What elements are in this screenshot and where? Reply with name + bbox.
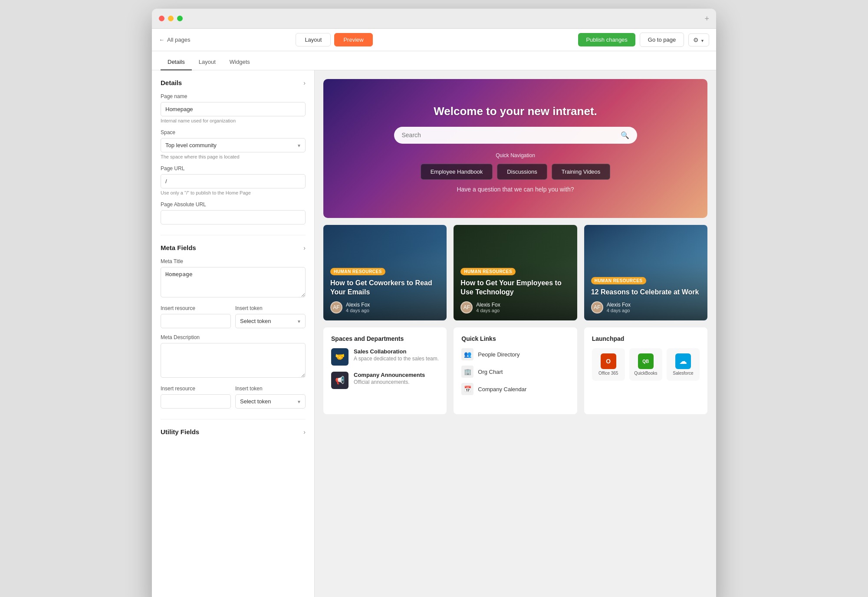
quick-links-title: Quick Links	[461, 335, 569, 342]
author-avatar-0: AF	[330, 301, 342, 313]
space-desc-0: A space dedicated to the sales team.	[354, 356, 439, 362]
insert-resource-label-1: Insert resource	[161, 305, 231, 311]
quickbooks-logo: QB	[638, 353, 654, 369]
space-icon-0: 🤝	[331, 348, 349, 366]
quick-link-icon-0: 👥	[461, 348, 473, 360]
quick-nav-label: Quick Navigation	[496, 152, 535, 158]
insert-token-label-2: Insert token	[235, 386, 306, 392]
article-overlay-1: Human Resources How to Get Your Employee…	[454, 225, 577, 320]
article-title-0: How to Get Coworkers to Read Your Emails	[330, 279, 440, 297]
author-time-2: 4 days ago	[607, 308, 631, 313]
quick-link-label-0: People Directory	[478, 351, 519, 358]
quick-nav-btn-0[interactable]: Employee Handbook	[421, 164, 493, 180]
nav-right-actions: Publish changes Go to page ⚙ ▼	[578, 33, 709, 47]
article-author-1: AF Alexis Fox 4 days ago	[460, 301, 570, 313]
space-item-1[interactable]: 📢 Company Announcements Official announc…	[331, 372, 439, 389]
traffic-lights	[159, 16, 183, 21]
details-section: Details › Page name Internal name used f…	[161, 79, 306, 224]
article-tag-0: Human Resources	[330, 268, 385, 275]
bottom-grid: Spaces and Departments 🤝 Sales Collabora…	[323, 327, 707, 414]
tab-bar: Details Layout Widgets	[152, 51, 716, 70]
maximize-button[interactable]	[177, 16, 183, 21]
spaces-card: Spaces and Departments 🤝 Sales Collabora…	[323, 327, 447, 414]
tab-layout[interactable]: Layout	[192, 54, 223, 70]
launchpad-card: Launchpad O Office 365 QB QuickBooks ☁ S	[584, 327, 707, 414]
article-card-0[interactable]: Human Resources How to Get Coworkers to …	[323, 225, 447, 320]
layout-button[interactable]: Layout	[296, 33, 331, 46]
quick-links-card: Quick Links 👥 People Directory 🏢 Org Cha…	[454, 327, 577, 414]
meta-title-textarea[interactable]	[161, 267, 306, 297]
page-name-group: Page name Internal name used for organiz…	[161, 93, 306, 123]
page-absolute-url-group: Page Absolute URL	[161, 201, 306, 224]
settings-button[interactable]: ⚙ ▼	[688, 33, 709, 46]
space-group: Space Top level community ▼ The space wh…	[161, 129, 306, 159]
article-overlay-0: Human Resources How to Get Coworkers to …	[323, 225, 447, 320]
space-info-0: Sales Collaboration A space dedicated to…	[354, 348, 439, 362]
minimize-button[interactable]	[168, 16, 174, 21]
insert-resource-input-1[interactable]	[161, 314, 231, 328]
tab-widgets[interactable]: Widgets	[223, 54, 257, 70]
quick-nav-btn-2[interactable]: Training Videos	[552, 164, 611, 180]
utility-section: Utility Fields ›	[161, 428, 306, 435]
page-absolute-url-input[interactable]	[161, 210, 306, 224]
expand-icon[interactable]: +	[704, 14, 709, 23]
meta-expand-icon[interactable]: ›	[303, 244, 306, 251]
meta-section-header: Meta Fields ›	[161, 244, 306, 251]
article-card-1[interactable]: Human Resources How to Get Your Employee…	[454, 225, 577, 320]
space-select[interactable]: Top level community	[161, 138, 306, 152]
meta-description-group: Meta Description	[161, 334, 306, 379]
article-author-0: AF Alexis Fox 4 days ago	[330, 301, 440, 313]
author-info-1: Alexis Fox 4 days ago	[476, 302, 500, 313]
author-time-1: 4 days ago	[476, 308, 500, 313]
quick-link-2[interactable]: 📅 Company Calendar	[461, 383, 569, 395]
hero-search-input[interactable]	[402, 132, 621, 139]
author-avatar-1: AF	[460, 301, 473, 313]
page-name-hint: Internal name used for organization	[161, 118, 306, 123]
page-url-group: Page URL Use only a "/" to publish to th…	[161, 165, 306, 195]
title-bar: +	[152, 9, 716, 29]
content-area: Welcome to your new intranet. 🔍 Quick Na…	[315, 70, 716, 597]
quick-link-icon-1: 🏢	[461, 366, 473, 378]
preview-button[interactable]: Preview	[334, 33, 372, 46]
author-avatar-2: AF	[591, 301, 603, 313]
quick-link-0[interactable]: 👥 People Directory	[461, 348, 569, 360]
back-link[interactable]: ← All pages	[159, 36, 190, 43]
page-name-label: Page name	[161, 93, 306, 99]
insert-resource-group-1: Insert resource	[161, 305, 231, 328]
article-author-2: AF Alexis Fox 4 days ago	[591, 301, 700, 313]
space-icon-1: 📢	[331, 372, 349, 389]
meta-description-textarea[interactable]	[161, 343, 306, 378]
meta-insert-row-1: Insert resource Insert token Select toke…	[161, 305, 306, 328]
launchpad-item-0[interactable]: O Office 365	[592, 348, 625, 381]
page-url-input[interactable]	[161, 174, 306, 188]
publish-button[interactable]: Publish changes	[578, 33, 635, 46]
launchpad-item-1[interactable]: QB QuickBooks	[629, 348, 662, 381]
author-info-2: Alexis Fox 4 days ago	[607, 302, 631, 313]
goto-button[interactable]: Go to page	[640, 33, 684, 47]
meta-insert-row-2: Insert resource Insert token Select toke…	[161, 386, 306, 409]
utility-section-header: Utility Fields ›	[161, 428, 306, 435]
back-link-label: All pages	[167, 36, 190, 43]
token-select-2[interactable]: Select token	[235, 394, 306, 409]
details-expand-icon[interactable]: ›	[303, 79, 306, 86]
quick-link-label-2: Company Calendar	[478, 386, 526, 393]
close-button[interactable]	[159, 16, 164, 21]
launchpad-label-0: Office 365	[598, 371, 618, 376]
insert-resource-input-2[interactable]	[161, 394, 231, 409]
space-item-0[interactable]: 🤝 Sales Collaboration A space dedicated …	[331, 348, 439, 366]
office365-logo: O	[601, 353, 616, 369]
launchpad-grid: O Office 365 QB QuickBooks ☁ Salesforce	[592, 348, 700, 381]
main-layout: Details › Page name Internal name used f…	[152, 70, 716, 597]
quick-link-1[interactable]: 🏢 Org Chart	[461, 366, 569, 378]
token-select-1[interactable]: Select token	[235, 314, 306, 328]
quick-nav-btn-1[interactable]: Discussions	[497, 164, 547, 180]
hero-search-bar[interactable]: 🔍	[394, 127, 637, 144]
token-select-wrapper-1: Select token ▼	[235, 314, 306, 328]
launchpad-item-2[interactable]: ☁ Salesforce	[667, 348, 700, 381]
page-name-input[interactable]	[161, 102, 306, 116]
hero-banner: Welcome to your new intranet. 🔍 Quick Na…	[323, 79, 707, 218]
tab-details[interactable]: Details	[161, 54, 192, 70]
article-card-2[interactable]: Human Resources 12 Reasons to Celebrate …	[584, 225, 707, 320]
quick-nav-buttons: Employee Handbook Discussions Training V…	[421, 164, 611, 180]
utility-expand-icon[interactable]: ›	[303, 429, 306, 435]
